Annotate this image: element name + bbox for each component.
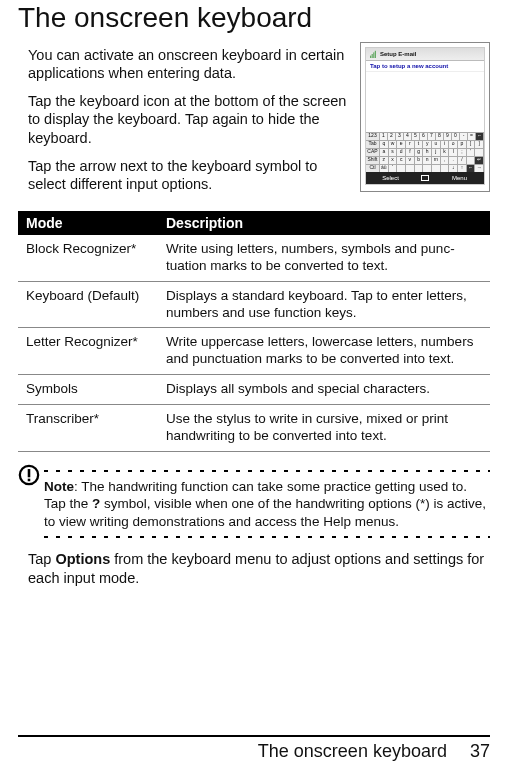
kbd-key: p [458,141,467,148]
svg-rect-1 [372,54,373,58]
svg-rect-0 [370,56,371,58]
mode-cell: Symbols [18,375,158,405]
table-row: SymbolsDisplays all symbols and special … [18,375,490,405]
kbd-key: f [406,149,415,156]
kbd-key: 0 [452,133,460,140]
dashed-line-bottom [44,536,490,538]
kbd-key: 3 [396,133,404,140]
kbd-key: s [389,149,398,156]
kbd-key: ← [476,133,484,140]
signal-icon [370,50,378,58]
kbd-key: ← [467,165,476,172]
table-header-row: Mode Description [18,211,490,235]
desc-cell: Displays a standard keyboard. Tap to ent… [158,281,490,328]
kbd-row-label: CAP [366,149,380,156]
kbd-row-label: 123 [366,133,380,140]
kbd-key [415,165,424,172]
note-text-b: symbol, visible when one of the handwrit… [44,496,486,529]
th-mode: Mode [18,211,158,235]
table-row: Keyboard (Default)Displays a standard ke… [18,281,490,328]
alert-icon [18,464,42,488]
kbd-key: d [397,149,406,156]
kbd-row-label: Ctl [366,165,380,172]
mode-cell: Letter Recognizer* [18,328,158,375]
kbd-key: 2 [388,133,396,140]
kbd-key: q [380,141,389,148]
svg-rect-6 [28,478,31,481]
kbd-key: 4 [404,133,412,140]
kbd-row: 1231234567890-=← [366,132,484,140]
screenshot-thumb: Setup E-mail Tap to setup a new account … [360,42,490,192]
table-row: Transcriber*Use the stylus to write in c… [18,405,490,452]
kbd-key: 9 [444,133,452,140]
kbd-key: , [441,157,450,164]
kbd-key: ´ [389,165,398,172]
kbd-key: [ [467,141,476,148]
kbd-row: CAPasdfghjkl;' [366,148,484,156]
kbd-key: y [423,141,432,148]
kbd-key: u [432,141,441,148]
intro-p1: You can activate an onscreen keyboard in… [28,46,350,82]
kbd-key: = [468,133,476,140]
note-block: Note: The handwriting function can take … [18,464,490,545]
kbd-key: h [423,149,432,156]
thumb-body [366,72,484,132]
kbd-key [423,165,432,172]
kbd-key: . [449,157,458,164]
svg-rect-3 [375,51,376,58]
mode-cell: Transcriber* [18,405,158,452]
kbd-key: - [460,133,468,140]
kbd-key: t [415,141,424,148]
kbd-key: w [389,141,398,148]
kbd-key: g [415,149,424,156]
kbd-key: i [441,141,450,148]
thumb-softkeys: Select Menu [366,172,484,184]
page-heading: The onscreen keyboard [18,0,490,34]
kbd-key: ↵ [475,157,484,164]
kbd-key: r [406,141,415,148]
kbd-key: 5 [412,133,420,140]
options-word: Options [55,551,110,567]
kbd-key [406,165,415,172]
intro-p2: Tap the keyboard icon at the bottom of t… [28,92,350,146]
desc-cell: Write uppercase letters, lowercase lette… [158,328,490,375]
dashed-line-top [44,470,490,472]
footer-page-number: 37 [470,741,490,762]
thumb-subtitle: Tap to setup a new account [366,61,484,72]
kbd-key [397,165,406,172]
thumb-soft-right: Menu [435,175,484,181]
kbd-key: c [397,157,406,164]
kbd-row-label: Shift [366,157,380,164]
kbd-key: ' [467,149,476,156]
kbd-key: x [389,157,398,164]
svg-rect-2 [373,52,374,58]
kbd-key [475,149,484,156]
kbd-key: ↑ [458,165,467,172]
kbd-key: a [380,149,389,156]
intro-text: You can activate an onscreen keyboard in… [18,42,350,203]
kbd-key: ↓ [449,165,458,172]
kbd-row-label: Tab [366,141,380,148]
kbd-key: k [441,149,450,156]
after-prefix: Tap [28,551,55,567]
kbd-key [467,157,476,164]
kbd-key: áü [380,165,389,172]
thumb-title: Setup E-mail [380,51,416,57]
page-footer: The onscreen keyboard 37 [18,735,490,762]
kbd-key: e [397,141,406,148]
thumb-soft-left: Select [366,175,415,181]
kbd-key [432,165,441,172]
thumb-keyboard: 1231234567890-=←Tabqwertyuiop[]CAPasdfgh… [366,132,484,172]
modes-table: Mode Description Block Recognizer*Write … [18,211,490,452]
note-content: Note: The handwriting function can take … [44,464,490,545]
kbd-key: / [458,157,467,164]
intro-p3: Tap the arrow next to the keyboard symbo… [28,157,350,193]
kbd-key: → [475,165,484,172]
kbd-key: 6 [420,133,428,140]
intro-block: You can activate an onscreen keyboard in… [18,42,490,203]
kbd-key: ; [458,149,467,156]
kbd-key: o [449,141,458,148]
kbd-key: ] [475,141,484,148]
kbd-row: Ctláü´↓↑←→ [366,164,484,172]
th-desc: Description [158,211,490,235]
